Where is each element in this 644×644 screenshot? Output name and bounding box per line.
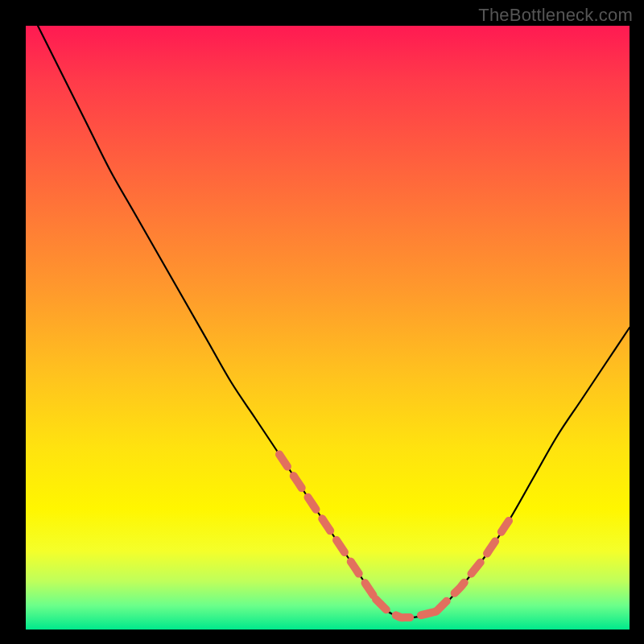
highlight-right-ascent	[436, 521, 509, 612]
plot-area	[26, 26, 630, 630]
watermark-label: TheBottleneck.com	[478, 5, 633, 26]
highlight-valley-floor	[376, 600, 436, 618]
curve-svg	[26, 26, 630, 630]
chart-frame: TheBottleneck.com	[0, 0, 644, 644]
